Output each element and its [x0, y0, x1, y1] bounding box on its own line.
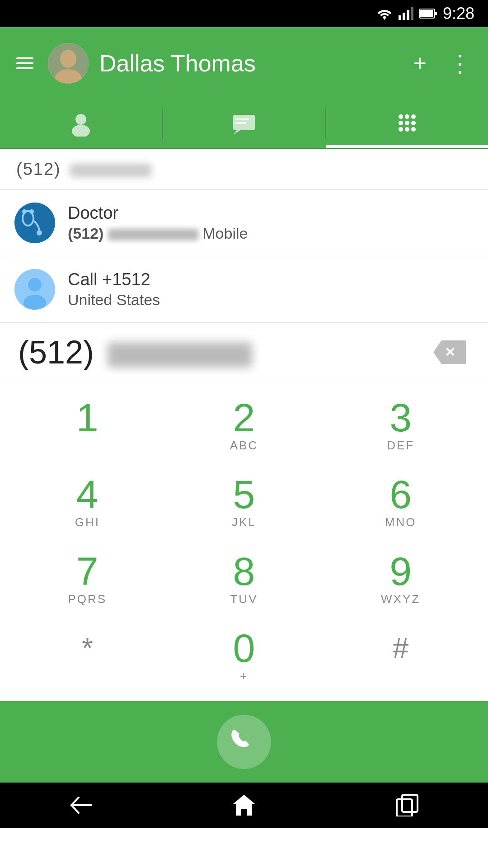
- home-icon: [232, 794, 256, 816]
- svg-point-17: [405, 114, 409, 119]
- dial-row-3: 7 PQRS 8 TUV 9 WXYZ: [9, 543, 479, 615]
- call-button[interactable]: [217, 715, 271, 769]
- svg-marker-15: [233, 130, 240, 135]
- svg-rect-0: [399, 15, 401, 20]
- dial-key-8[interactable]: 8 TUV: [178, 543, 310, 615]
- svg-point-29: [29, 209, 34, 214]
- svg-point-31: [28, 278, 42, 292]
- dial-key-5[interactable]: 5 JKL: [178, 466, 310, 538]
- tab-contacts[interactable]: [0, 99, 162, 148]
- home-button[interactable]: [219, 789, 269, 821]
- back-icon: [70, 796, 93, 815]
- backspace-icon: ✕: [433, 340, 466, 364]
- svg-point-20: [405, 121, 409, 125]
- svg-point-23: [405, 127, 409, 132]
- svg-point-10: [75, 114, 86, 125]
- dial-number-blur: [108, 342, 252, 368]
- svg-rect-14: [235, 122, 246, 124]
- dial-row-4: * 0 + #: [9, 620, 479, 692]
- doctor-detail: (512) Mobile: [68, 225, 474, 242]
- call-bar: [0, 701, 488, 783]
- menu-button[interactable]: [13, 54, 37, 73]
- contact-name: Dallas Thomas: [99, 50, 395, 77]
- back-button[interactable]: [56, 791, 107, 819]
- svg-point-21: [411, 121, 416, 125]
- svg-point-22: [399, 127, 403, 132]
- svg-rect-1: [403, 13, 405, 20]
- svg-rect-13: [235, 118, 249, 120]
- svg-rect-2: [407, 10, 409, 20]
- suggestion-doctor[interactable]: Doctor (512) Mobile: [0, 190, 488, 256]
- svg-point-11: [72, 125, 90, 137]
- dial-key-3[interactable]: 3 DEF: [335, 389, 466, 462]
- svg-marker-33: [233, 795, 255, 816]
- svg-rect-35: [397, 799, 412, 816]
- recents-button[interactable]: [381, 789, 432, 821]
- message-icon: [231, 111, 257, 137]
- recents-icon: [395, 794, 418, 816]
- search-number: (512): [16, 160, 151, 179]
- svg-point-24: [411, 127, 416, 132]
- tab-messages[interactable]: [163, 99, 325, 148]
- doctor-name: Doctor: [68, 203, 474, 223]
- dial-key-7[interactable]: 7 PQRS: [22, 543, 153, 615]
- dial-key-hash[interactable]: #: [335, 620, 466, 692]
- tab-bar: [0, 99, 488, 149]
- doctor-info: Doctor (512) Mobile: [68, 203, 474, 242]
- contact-avatar: [48, 43, 89, 84]
- dial-key-2[interactable]: 2 ABC: [178, 389, 310, 462]
- doctor-avatar: [14, 203, 55, 243]
- dialed-number: (512): [18, 334, 429, 371]
- call-direct-info: Call +1512 United States: [68, 270, 474, 309]
- svg-rect-5: [435, 12, 437, 15]
- nav-bar: [0, 783, 488, 828]
- svg-rect-3: [411, 7, 413, 20]
- svg-point-28: [22, 209, 27, 214]
- dial-key-1[interactable]: 1: [22, 389, 153, 462]
- backspace-button[interactable]: ✕: [429, 336, 470, 368]
- add-contact-button[interactable]: +: [406, 46, 434, 80]
- more-options-button[interactable]: ⋮: [445, 46, 475, 80]
- dialpad-icon: [394, 111, 420, 137]
- wifi-icon: [376, 7, 393, 20]
- dial-row-2: 4 GHI 5 JKL 6 MNO: [9, 466, 479, 538]
- person-icon: [68, 111, 94, 137]
- status-icons: 9:28: [376, 4, 474, 23]
- phone-icon: [228, 726, 260, 758]
- svg-point-8: [60, 50, 76, 68]
- status-bar: 9:28: [0, 0, 488, 27]
- call-direct-avatar: [14, 269, 55, 310]
- doctor-phone-blur: [108, 229, 198, 241]
- dial-key-0[interactable]: 0 +: [178, 620, 310, 692]
- dial-key-star[interactable]: *: [22, 620, 153, 692]
- signal-icon: [399, 7, 414, 20]
- app-bar: Dallas Thomas + ⋮: [0, 27, 488, 99]
- dial-display: (512) ✕: [0, 323, 488, 380]
- svg-rect-6: [420, 10, 433, 17]
- dial-key-9[interactable]: 9 WXYZ: [335, 543, 466, 615]
- dial-key-6[interactable]: 6 MNO: [335, 466, 466, 538]
- dial-row-1: 1 2 ABC 3 DEF: [9, 389, 479, 462]
- svg-point-16: [399, 114, 403, 119]
- status-time: 9:28: [443, 4, 474, 23]
- svg-rect-34: [402, 795, 418, 812]
- battery-icon: [419, 8, 437, 19]
- suggestion-call-direct[interactable]: Call +1512 United States: [0, 256, 488, 323]
- tab-dialpad[interactable]: [326, 99, 488, 148]
- search-blur: [70, 164, 151, 177]
- svg-point-27: [37, 230, 42, 236]
- svg-point-19: [399, 121, 403, 125]
- svg-point-18: [411, 114, 416, 119]
- call-direct-name: Call +1512: [68, 270, 474, 289]
- dial-key-4[interactable]: 4 GHI: [22, 466, 153, 538]
- call-direct-subtitle: United States: [68, 291, 474, 309]
- dial-pad: 1 2 ABC 3 DEF 4 GHI 5 JKL 6 MNO 7 PQRS: [0, 380, 488, 701]
- suggestions-list: Doctor (512) Mobile Call +1512 United St…: [0, 190, 488, 323]
- search-row: (512): [0, 149, 488, 190]
